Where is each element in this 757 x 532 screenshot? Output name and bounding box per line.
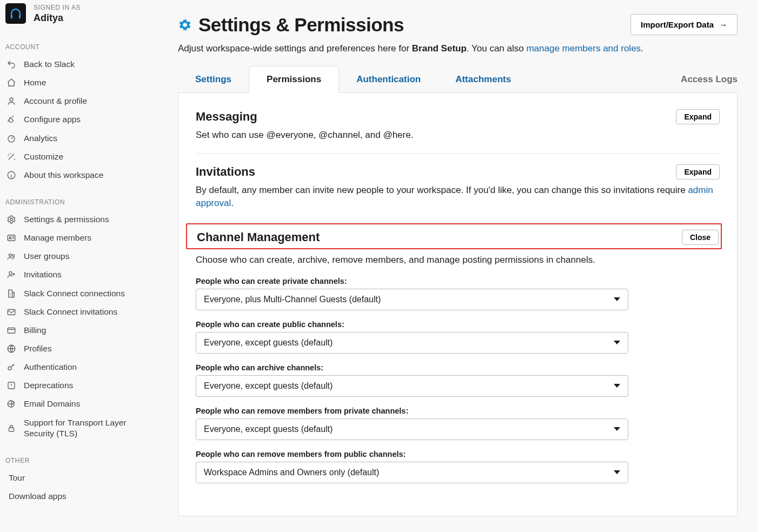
sidebar-item-configure-apps[interactable]: Configure apps <box>0 110 150 129</box>
select-create-private-channels[interactable]: Everyone, plus Multi-Channel Guests (def… <box>196 289 628 310</box>
tab-authentication[interactable]: Authentication <box>339 66 438 92</box>
sidebar-item-label: Analytics <box>24 133 57 144</box>
sidebar-item-label: User groups <box>24 251 69 262</box>
chevron-down-icon <box>614 427 620 431</box>
permissions-panel: Messaging Expand Set who can use @everyo… <box>178 93 738 516</box>
svg-rect-9 <box>9 290 12 297</box>
tab-access-logs[interactable]: Access Logs <box>681 66 738 92</box>
sidebar-item-label: Back to Slack <box>24 59 75 70</box>
contact-card-icon <box>6 233 16 243</box>
page-subhead: Adjust workspace-wide settings and prefe… <box>178 43 738 54</box>
import-export-button[interactable]: Import/Export Data <box>630 14 738 35</box>
page-header: Settings & Permissions Import/Export Dat… <box>178 14 738 36</box>
person-plus-icon <box>6 270 16 280</box>
sidebar-item-about[interactable]: About this workspace <box>0 166 150 184</box>
setting-title: Messaging <box>196 110 257 124</box>
svg-point-8 <box>9 272 12 275</box>
sidebar-item-invitations[interactable]: Invitations <box>0 265 150 284</box>
sidebar-item-analytics[interactable]: Analytics <box>0 129 150 148</box>
svg-point-6 <box>9 254 12 257</box>
field-archive-channels: People who can archive channels: Everyon… <box>196 363 720 397</box>
setting-invitations: Invitations Expand By default, any membe… <box>196 153 720 221</box>
sidebar-item-account-profile[interactable]: Account & profile <box>0 92 150 110</box>
setting-title: Invitations <box>196 165 255 179</box>
sidebar-item-profiles[interactable]: Profiles <box>0 340 150 358</box>
sidebar-item-email-domains[interactable]: Email Domains <box>0 395 150 413</box>
sidebar-item-customize[interactable]: Customize <box>0 148 150 166</box>
sidebar-item-label: Authentication <box>24 362 77 373</box>
svg-point-13 <box>8 367 11 370</box>
sidebar-item-authentication[interactable]: Authentication <box>0 358 150 376</box>
sidebar: SIGNED IN AS Aditya ACCOUNT Back to Slac… <box>0 0 150 532</box>
undo-icon <box>6 59 16 69</box>
sidebar-item-label: Invitations <box>24 269 62 280</box>
sidebar-item-label: Profiles <box>24 343 52 354</box>
sidebar-item-label: Configure apps <box>24 114 81 125</box>
select-value: Everyone, plus Multi-Channel Guests (def… <box>204 295 381 304</box>
sidebar-item-label: Email Domains <box>24 398 80 409</box>
sidebar-item-tour[interactable]: Tour <box>0 469 150 487</box>
sidebar-item-label: Deprecations <box>24 380 73 391</box>
field-remove-members-private: People who can remove members from priva… <box>196 407 720 440</box>
tab-settings[interactable]: Settings <box>178 66 249 92</box>
svg-rect-10 <box>8 309 15 315</box>
envelope-icon <box>6 307 16 317</box>
tab-permissions[interactable]: Permissions <box>249 66 339 93</box>
sidebar-item-home[interactable]: Home <box>0 74 150 92</box>
sidebar-item-label: Slack Connect invitations <box>24 307 117 317</box>
sidebar-item-tls[interactable]: Support for Transport Layer Security (TL… <box>0 414 150 443</box>
wand-icon <box>6 152 16 162</box>
sidebar-item-deprecations[interactable]: Deprecations <box>0 376 150 395</box>
svg-rect-11 <box>8 328 15 333</box>
setting-title: Channel Management <box>197 230 320 244</box>
select-remove-members-private[interactable]: Everyone, except guests (default) <box>196 418 628 440</box>
svg-point-5 <box>9 237 11 238</box>
sidebar-item-billing[interactable]: Billing <box>0 321 150 340</box>
chevron-down-icon <box>614 384 620 388</box>
desc-text: . <box>231 198 234 208</box>
sidebar-item-slack-connect-connections[interactable]: Slack Connect connections <box>0 284 150 303</box>
person-icon <box>6 96 16 106</box>
expand-button[interactable]: Expand <box>676 109 720 124</box>
warning-icon <box>6 381 16 390</box>
manage-members-link[interactable]: manage members and roles <box>526 43 641 54</box>
setting-desc: By default, any member can invite new pe… <box>196 184 720 210</box>
field-label: People who can remove members from publi… <box>196 450 720 458</box>
subhead-text: . You can also <box>467 43 527 54</box>
field-create-public-channels: People who can create public channels: E… <box>196 320 720 354</box>
card-icon <box>6 325 16 335</box>
field-label: People who can archive channels: <box>196 363 720 372</box>
sidebar-item-slack-connect-invitations[interactable]: Slack Connect invitations <box>0 303 150 321</box>
setting-messaging: Messaging Expand Set who can use @everyo… <box>196 109 720 153</box>
sidebar-item-manage-members[interactable]: Manage members <box>0 229 150 247</box>
svg-rect-16 <box>9 428 14 431</box>
setting-channel-management: Channel Management Close Choose who can … <box>196 223 720 494</box>
plug-icon <box>6 115 16 124</box>
key-icon <box>6 362 16 372</box>
sidebar-item-settings-permissions[interactable]: Settings & permissions <box>0 210 150 229</box>
sidebar-item-label: Download apps <box>9 491 67 502</box>
sidebar-item-label: Tour <box>9 473 25 483</box>
tab-attachments[interactable]: Attachments <box>438 66 528 92</box>
user-block: SIGNED IN AS Aditya <box>0 0 150 29</box>
setting-desc: Choose who can create, archive, remove m… <box>196 254 720 267</box>
close-button[interactable]: Close <box>682 230 719 245</box>
sidebar-item-user-groups[interactable]: User groups <box>0 247 150 265</box>
page-title: Settings & Permissions <box>198 14 404 36</box>
select-remove-members-public[interactable]: Workspace Admins and Owners only (defaul… <box>196 462 628 483</box>
subhead-text: Adjust workspace-wide settings and prefe… <box>178 43 412 54</box>
avatar <box>5 3 26 24</box>
subhead-text: . <box>641 43 643 54</box>
expand-button[interactable]: Expand <box>676 164 720 179</box>
gauge-icon <box>6 134 16 143</box>
select-archive-channels[interactable]: Everyone, except guests (default) <box>196 375 628 397</box>
sidebar-item-label: Settings & permissions <box>24 214 109 225</box>
sidebar-item-back[interactable]: Back to Slack <box>0 55 150 74</box>
channel-management-highlight: Channel Management Close <box>186 223 722 249</box>
home-icon <box>6 78 16 88</box>
tab-row: Settings Permissions Authentication Atta… <box>178 66 738 93</box>
select-create-public-channels[interactable]: Everyone, except guests (default) <box>196 332 628 354</box>
desc-text: By default, any member can invite new pe… <box>196 185 688 195</box>
sidebar-item-download-apps[interactable]: Download apps <box>0 487 150 506</box>
building-icon <box>6 289 16 298</box>
